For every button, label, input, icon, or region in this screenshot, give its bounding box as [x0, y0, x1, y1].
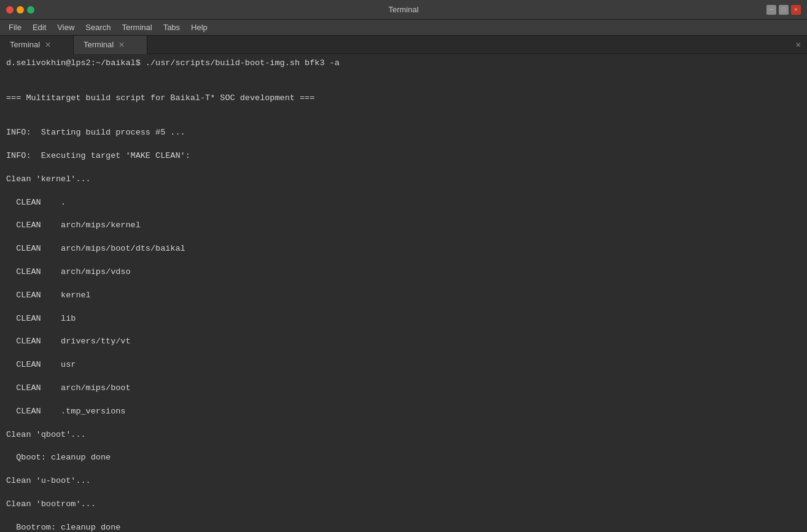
terminal-line: CLEAN drivers/tty/vt [6, 336, 801, 348]
tab-terminal-2[interactable]: Terminal ✕ [74, 36, 147, 54]
menu-view[interactable]: View [52, 21, 79, 34]
tab-bar-close-icon[interactable]: ✕ [790, 39, 807, 50]
tab-2-close-icon[interactable]: ✕ [119, 41, 125, 49]
terminal-line: INFO: Starting build process #5 ... [6, 127, 801, 139]
minimize-button[interactable]: ─ [766, 5, 776, 15]
dot-green[interactable] [27, 6, 34, 14]
window-title: Terminal [388, 5, 418, 14]
terminal-line: CLEAN usr [6, 359, 801, 371]
terminal-line: CLEAN arch/mips/boot/dts/baikal [6, 243, 801, 255]
terminal-line: CLEAN arch/mips/vdso [6, 267, 801, 278]
close-button[interactable]: ✕ [791, 5, 801, 15]
terminal-line: d.selivokhin@lps2:~/baikal$ ./usr/script… [6, 58, 801, 69]
menu-help[interactable]: Help [186, 21, 212, 34]
terminal-output[interactable]: d.selivokhin@lps2:~/baikal$ ./usr/script… [0, 54, 807, 532]
menu-edit[interactable]: Edit [28, 21, 51, 34]
dot-red[interactable] [6, 6, 14, 14]
terminal-line: Clean 'bootrom'... [6, 499, 801, 510]
menu-bar: File Edit View Search Terminal Tabs Help [0, 20, 807, 36]
maximize-button[interactable]: □ [779, 5, 789, 15]
terminal-line: CLEAN arch/mips/kernel [6, 220, 801, 232]
menu-file[interactable]: File [4, 21, 26, 34]
tab-bar: Terminal ✕ Terminal ✕ ✕ [0, 36, 807, 54]
terminal-line: CLEAN arch/mips/boot [6, 383, 801, 394]
terminal-line: === Multitarget build script for Baikal-… [6, 93, 801, 104]
menu-tabs[interactable]: Tabs [158, 21, 185, 34]
tab-1-label: Terminal [10, 40, 40, 49]
terminal-line: Clean 'kernel'... [6, 174, 801, 186]
tab-2-label: Terminal [84, 40, 114, 49]
window-controls: ─ □ ✕ [766, 5, 801, 15]
tab-terminal-1[interactable]: Terminal ✕ [0, 36, 74, 54]
terminal-line: CLEAN lib [6, 313, 801, 325]
title-bar: Terminal ─ □ ✕ [0, 0, 807, 20]
terminal-line: Clean 'u-boot'... [6, 475, 801, 487]
dot-yellow[interactable] [17, 6, 24, 14]
terminal-line: Qboot: cleanup done [6, 452, 801, 464]
menu-terminal[interactable]: Terminal [117, 21, 157, 34]
terminal-line: Bootrom: cleanup done [6, 522, 801, 532]
terminal-line: CLEAN kernel [6, 290, 801, 302]
terminal-line: Clean 'qboot'... [6, 429, 801, 441]
menu-search[interactable]: Search [80, 21, 115, 34]
terminal-line: CLEAN . [6, 197, 801, 209]
terminal-line: INFO: Executing target 'MAKE CLEAN': [6, 151, 801, 162]
tab-1-close-icon[interactable]: ✕ [45, 41, 51, 49]
terminal-line: CLEAN .tmp_versions [6, 406, 801, 418]
